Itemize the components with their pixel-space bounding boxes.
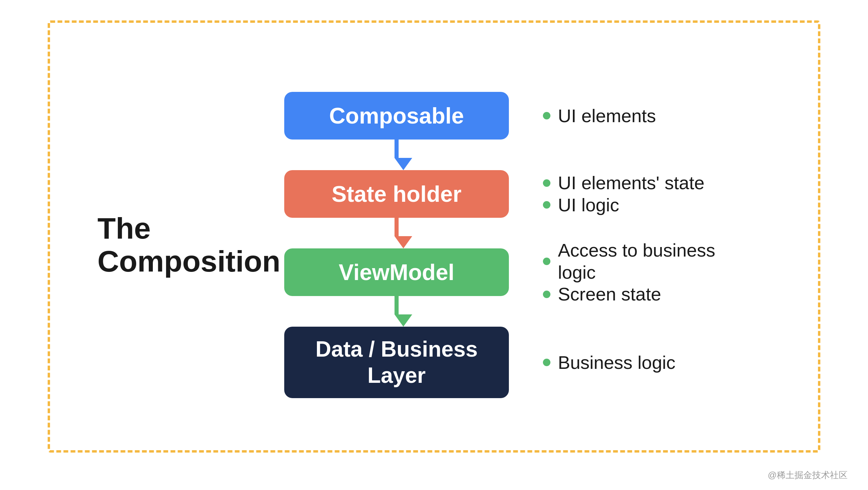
state-holder-box: State holder	[284, 170, 509, 218]
composable-label: Composable	[329, 103, 464, 129]
bullet-ui-elements-state	[543, 179, 550, 187]
label-group-viewmodel: Access to business logic Screen state	[543, 248, 754, 296]
label-access-business-logic: Access to business logic	[543, 239, 754, 283]
arrow-blue-line	[395, 140, 399, 158]
bullet-access-business-logic	[543, 258, 550, 265]
arrow-blue-head	[395, 158, 412, 170]
right-labels: UI elements UI elements' state UI logic	[516, 92, 754, 398]
label-business-logic: Business logic	[543, 352, 754, 374]
viewmodel-box: ViewModel	[284, 248, 509, 296]
label-ui-elements-text: UI elements	[558, 105, 656, 127]
state-holder-label: State holder	[332, 181, 461, 207]
bullet-ui-elements	[543, 112, 550, 119]
label-ui-elements-state: UI elements' state	[543, 172, 754, 194]
arrow-green-head	[395, 314, 412, 327]
arrow-stateholder-to-viewmodel	[395, 218, 399, 248]
slide: TheComposition Composable State holder	[0, 0, 868, 490]
bullet-screen-state	[543, 291, 550, 298]
bullet-ui-logic	[543, 201, 550, 209]
watermark: @稀土掘金技术社区	[768, 469, 848, 481]
label-group-composable: UI elements	[543, 92, 754, 140]
left-title-area: TheComposition	[114, 212, 277, 278]
label-screen-state-text: Screen state	[558, 283, 661, 305]
viewmodel-label: ViewModel	[339, 259, 454, 285]
arrow-composable-to-stateholder	[395, 140, 399, 170]
label-ui-logic: UI logic	[543, 194, 754, 216]
data-business-layer-box: Data / BusinessLayer	[284, 327, 509, 398]
bullet-business-logic	[543, 359, 550, 366]
data-business-label: Data / BusinessLayer	[316, 336, 478, 389]
composable-box: Composable	[284, 92, 509, 140]
label-ui-elements-state-text: UI elements' state	[558, 172, 705, 194]
arrow-blue	[395, 140, 399, 170]
label-access-business-logic-text: Access to business logic	[558, 239, 754, 283]
center-diagram: Composable State holder	[277, 92, 516, 398]
arrow-green-line	[395, 296, 399, 314]
arrow-salmon-line	[395, 218, 399, 236]
composition-title: TheComposition	[97, 212, 280, 278]
arrow-salmon	[395, 218, 399, 248]
label-group-state-holder: UI elements' state UI logic	[543, 170, 754, 218]
label-business-logic-text: Business logic	[558, 352, 675, 374]
arrow-salmon-head	[395, 236, 412, 248]
label-ui-elements: UI elements	[543, 105, 754, 127]
arrow-green	[395, 296, 399, 327]
arrow-viewmodel-to-data	[395, 296, 399, 327]
label-group-data-business: Business logic	[543, 327, 754, 398]
content-area: TheComposition Composable State holder	[0, 0, 868, 490]
label-ui-logic-text: UI logic	[558, 194, 619, 216]
label-screen-state: Screen state	[543, 283, 754, 305]
